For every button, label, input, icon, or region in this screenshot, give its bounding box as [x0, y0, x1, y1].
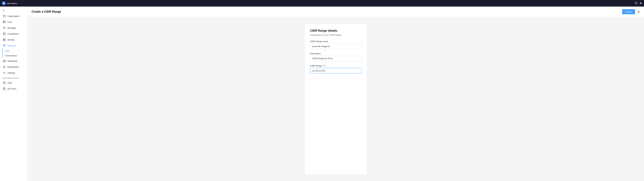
sidebar-item-label: Compliance: [8, 33, 19, 35]
cidr-range-label-row: CIDR Range i: [310, 64, 362, 67]
sidebar-item-workloads[interactable]: Workloads: [0, 58, 28, 64]
close-button[interactable]: [637, 10, 640, 13]
compliance-icon: [3, 32, 6, 35]
sidebar-item-label: Cost: [8, 21, 12, 23]
topbar: S stax-demo: [0, 0, 644, 6]
sidebar-item-wastage[interactable]: Wastage: [0, 25, 28, 31]
grid-icon[interactable]: [635, 2, 638, 5]
workloads-icon: [3, 59, 6, 62]
svg-rect-5: [3, 15, 6, 17]
svg-rect-12: [4, 46, 5, 47]
svg-rect-6: [3, 21, 6, 23]
app-logo: S: [2, 1, 6, 5]
form-section-title: CIDR Range details: [310, 29, 362, 32]
form-container: CIDR Range details Add details for your …: [304, 24, 367, 175]
topbar-left: S stax-demo: [2, 1, 17, 5]
sidebar-item-notifications[interactable]: Notifications: [0, 64, 28, 70]
cidr-range-label: CIDR Range: [310, 65, 322, 67]
description-input[interactable]: [310, 56, 362, 61]
cidr-range-info-icon: i: [323, 64, 326, 67]
documentation-label: DOCUMENTATION: [0, 76, 28, 80]
settings-icon: [3, 71, 6, 74]
topbar-right: [635, 2, 642, 5]
networks-sub-group: Hubs Connections: [2, 48, 28, 58]
sidebar: Organization Cost Wastage Compliance: [0, 6, 28, 181]
create-button[interactable]: Create: [622, 9, 635, 14]
sidebar-item-label: Help: [8, 82, 12, 84]
content-area: CIDR Range details Add details for your …: [28, 17, 644, 181]
networks-icon: [3, 44, 6, 47]
form-section-desc: Add details for your CIDR Range.: [310, 34, 362, 36]
sidebar-item-api-docs[interactable]: API Docs: [0, 86, 28, 92]
sidebar-item-help[interactable]: Help: [0, 80, 28, 86]
sidebar-item-label: Settings: [8, 72, 15, 74]
page-header: Create a CIDR Range Create: [28, 6, 644, 17]
sidebar-item-compliance[interactable]: Compliance: [0, 31, 28, 37]
connections-label: Connections: [5, 54, 17, 57]
notifications-icon: [3, 65, 6, 68]
sidebar-item-organization[interactable]: Organization: [0, 13, 28, 19]
sidebar-item-label: Identity: [8, 38, 14, 41]
svg-rect-1: [636, 2, 637, 3]
svg-rect-11: [4, 44, 6, 45]
cidr-name-input[interactable]: [310, 44, 362, 49]
main-area: Create a CIDR Range Create CIDR Range de…: [28, 6, 644, 181]
page-header-actions: Create: [622, 9, 640, 14]
cidr-range-input[interactable]: [310, 68, 362, 73]
description-label: Description: [310, 52, 362, 55]
cost-icon: [3, 20, 6, 23]
sidebar-sub-item-connections[interactable]: Connections: [3, 53, 28, 58]
sidebar-item-networks[interactable]: Networks: [0, 43, 28, 48]
wastage-icon: [3, 26, 6, 29]
sidebar-sub-item-hubs[interactable]: Hubs: [3, 48, 28, 53]
svg-point-16: [4, 83, 4, 84]
profile-icon[interactable]: [640, 2, 642, 5]
sidebar-item-identity[interactable]: Identity: [0, 37, 28, 43]
cidr-name-group: CIDR Range name: [310, 40, 362, 49]
sidebar-item-settings[interactable]: Settings: [0, 70, 28, 76]
sidebar-item-label: API Docs: [8, 88, 16, 90]
sidebar-item-label: Workloads: [8, 60, 18, 62]
back-button[interactable]: [0, 8, 28, 13]
svg-rect-0: [635, 2, 636, 3]
page-title: Create a CIDR Range: [32, 10, 61, 13]
org-icon: [3, 14, 6, 17]
cidr-name-label: CIDR Range name: [310, 40, 362, 43]
svg-point-9: [4, 39, 4, 40]
cidr-range-group: CIDR Range i: [310, 64, 362, 73]
svg-point-4: [640, 2, 641, 3]
hubs-label: Hubs: [5, 50, 10, 52]
sidebar-item-label: Wastage: [8, 27, 16, 29]
sidebar-item-label: Organization: [8, 15, 20, 17]
svg-rect-2: [635, 3, 636, 4]
svg-rect-3: [636, 3, 637, 4]
sidebar-item-label: Notifications: [8, 66, 19, 68]
svg-point-14: [4, 72, 5, 73]
help-icon: [3, 81, 6, 84]
sidebar-item-label: Networks: [8, 44, 16, 47]
app-title: stax-demo: [7, 2, 17, 4]
identity-icon: [3, 38, 6, 41]
api-docs-icon: [3, 87, 6, 90]
svg-rect-10: [3, 44, 4, 45]
sidebar-item-cost[interactable]: Cost: [0, 19, 28, 25]
description-group: Description: [310, 52, 362, 61]
